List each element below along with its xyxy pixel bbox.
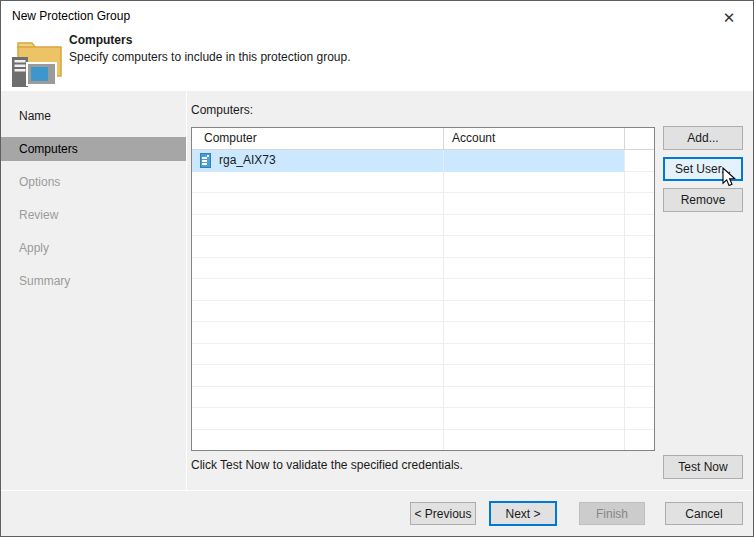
set-user-button[interactable]: Set User... (663, 157, 743, 181)
empty-table-row (192, 236, 654, 258)
server-icon (200, 153, 211, 168)
computer-cell: rga_AIX73 (192, 150, 444, 172)
column-header-computer[interactable]: Computer (192, 128, 444, 150)
page-subtitle: Specify computers to include in this pro… (69, 50, 350, 64)
empty-table-row (192, 408, 654, 430)
finish-button[interactable]: Finish (579, 502, 645, 525)
filler-cell (625, 150, 654, 172)
dialog-footer: < Previous Next > Finish Cancel (1, 490, 753, 537)
dialog-content: NameComputersOptionsReviewApplySummary C… (1, 91, 753, 490)
sidebar-item-review[interactable]: Review (1, 203, 186, 227)
test-now-hint: Click Test Now to validate the specified… (191, 458, 463, 472)
empty-table-row (192, 258, 654, 280)
sidebar-item-summary[interactable]: Summary (1, 269, 186, 293)
empty-table-row (192, 322, 654, 344)
close-icon[interactable]: ✕ (713, 6, 745, 30)
empty-table-row (192, 365, 654, 387)
table-row-rga_AIX73[interactable]: rga_AIX73 (192, 150, 654, 172)
empty-table-row (192, 301, 654, 323)
previous-button[interactable]: < Previous (410, 502, 476, 525)
protection-group-folder-computer-icon (11, 37, 63, 89)
add-button[interactable]: Add... (663, 126, 743, 150)
computers-table-header: ComputerAccount (192, 128, 654, 150)
wizard-sidebar: NameComputersOptionsReviewApplySummary (1, 91, 187, 490)
account-cell (444, 150, 625, 172)
main-panel: Computers: ComputerAccount rga_AIX73 Add… (187, 91, 753, 490)
page-title: Computers (69, 33, 132, 47)
remove-button[interactable]: Remove (663, 188, 743, 212)
cancel-button[interactable]: Cancel (665, 502, 743, 525)
empty-table-row (192, 279, 654, 301)
window-title: New Protection Group (12, 9, 130, 23)
computers-table[interactable]: ComputerAccount rga_AIX73 (191, 127, 655, 451)
sidebar-item-name[interactable]: Name (1, 104, 186, 128)
sidebar-item-options[interactable]: Options (1, 170, 186, 194)
empty-table-row (192, 215, 654, 237)
empty-table-row (192, 387, 654, 409)
sidebar-item-computers[interactable]: Computers (1, 137, 186, 161)
sidebar-item-apply[interactable]: Apply (1, 236, 186, 260)
computers-list-label: Computers: (191, 103, 253, 117)
new-protection-group-dialog: New Protection Group ✕ Computers Specify… (0, 0, 754, 537)
empty-table-row (192, 172, 654, 194)
empty-table-row (192, 430, 654, 452)
next-button[interactable]: Next > (489, 501, 557, 526)
column-header-blank[interactable] (625, 128, 654, 150)
dialog-top: New Protection Group ✕ Computers Specify… (1, 1, 753, 91)
empty-table-row (192, 193, 654, 215)
column-header-account[interactable]: Account (444, 128, 625, 150)
computers-table-body: rga_AIX73 (192, 150, 654, 451)
test-now-button[interactable]: Test Now (663, 455, 743, 479)
computer-name: rga_AIX73 (219, 153, 276, 167)
empty-table-row (192, 344, 654, 366)
